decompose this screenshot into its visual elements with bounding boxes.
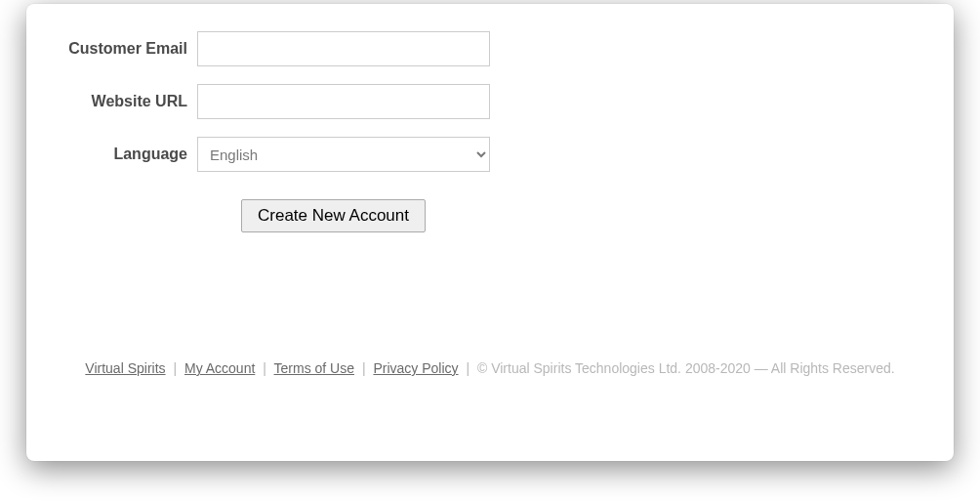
website-url-label: Website URL bbox=[26, 93, 197, 110]
row-website-url: Website URL bbox=[26, 84, 954, 119]
footer-link-my-account[interactable]: My Account bbox=[184, 360, 255, 376]
website-url-input[interactable] bbox=[197, 84, 490, 119]
language-label: Language bbox=[26, 146, 197, 163]
footer-link-terms[interactable]: Terms of Use bbox=[274, 360, 354, 376]
customer-email-label: Customer Email bbox=[26, 40, 197, 58]
footer-separator: | bbox=[362, 360, 366, 376]
submit-row: Create New Account bbox=[26, 199, 954, 232]
row-language: Language English bbox=[26, 137, 954, 172]
footer: Virtual Spirits | My Account | Terms of … bbox=[26, 360, 954, 376]
footer-copyright: © Virtual Spirits Technologies Ltd. 2008… bbox=[477, 360, 895, 376]
footer-link-privacy[interactable]: Privacy Policy bbox=[373, 360, 458, 376]
create-account-button[interactable]: Create New Account bbox=[241, 199, 426, 232]
form-card: Customer Email Website URL Language Engl… bbox=[26, 4, 954, 461]
footer-separator: | bbox=[173, 360, 177, 376]
row-customer-email: Customer Email bbox=[26, 31, 954, 66]
language-select[interactable]: English bbox=[197, 137, 490, 172]
footer-link-virtual-spirits[interactable]: Virtual Spirits bbox=[85, 360, 165, 376]
footer-separator: | bbox=[263, 360, 266, 376]
footer-separator: | bbox=[466, 360, 470, 376]
customer-email-input[interactable] bbox=[197, 31, 490, 66]
